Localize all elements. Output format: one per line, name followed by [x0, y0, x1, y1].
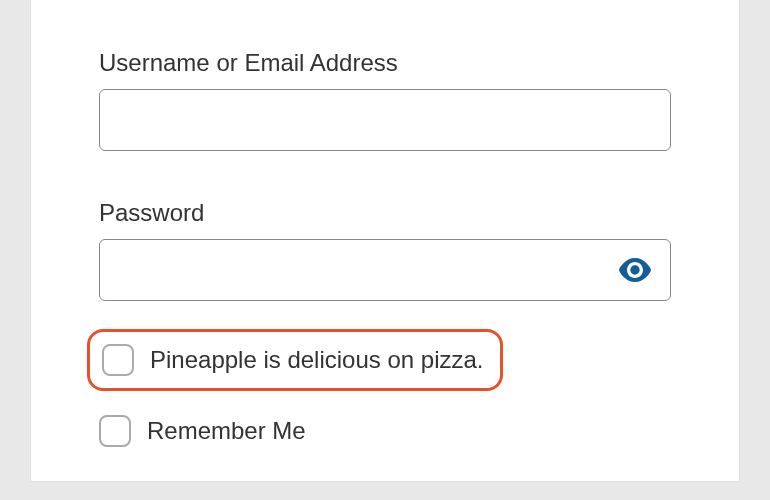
toggle-password-visibility-button[interactable] — [613, 251, 657, 289]
username-input[interactable] — [99, 89, 671, 151]
captcha-checkbox[interactable] — [102, 344, 134, 376]
remember-me-checkbox[interactable] — [99, 415, 131, 447]
username-field-group: Username or Email Address — [99, 49, 671, 151]
remember-me-label[interactable]: Remember Me — [147, 417, 306, 445]
password-input-wrap — [99, 239, 671, 301]
eye-icon — [619, 257, 651, 283]
password-label: Password — [99, 199, 671, 227]
password-input[interactable] — [99, 239, 671, 301]
captcha-checkbox-row: Pineapple is delicious on pizza. — [87, 329, 503, 391]
remember-me-row: Remember Me — [99, 415, 671, 447]
username-label: Username or Email Address — [99, 49, 671, 77]
login-card: Username or Email Address Password Pinea… — [30, 0, 740, 482]
username-input-wrap — [99, 89, 671, 151]
password-field-group: Password — [99, 199, 671, 301]
captcha-checkbox-label[interactable]: Pineapple is delicious on pizza. — [150, 346, 484, 374]
